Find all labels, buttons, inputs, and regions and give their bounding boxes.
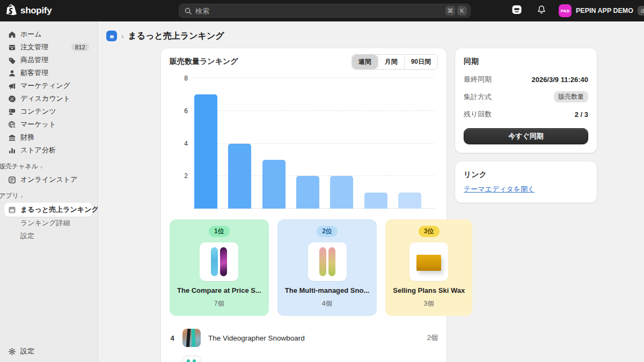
sidebar-item-discounts[interactable]: ディスカウント [4,92,92,105]
list-row-4[interactable]: 4 The Videographer Snowboard 2個 [170,329,438,347]
sidebar-item-orders[interactable]: 注文管理 812 [4,41,92,54]
row-thumbnail [182,356,201,362]
shopify-bag-icon [6,4,17,18]
bell-icon [537,5,546,17]
sidebar-item-content[interactable]: コンテンツ [4,105,92,118]
global-search[interactable]: ⌘ K [179,4,471,18]
rank-badge-3: 3位 [419,226,440,237]
search-input[interactable] [195,7,443,15]
chart-y-axis: 2468 [170,78,193,209]
sidebar-item-finance[interactable]: 財務 [4,131,92,144]
sidebar: ホーム 注文管理 812 商品管理 顧客管理 マーケティング ディスカウン [0,21,98,362]
account-menu[interactable]: PAD PEPIN APP DEMO d [559,4,644,17]
product-image-3 [409,242,448,281]
ranking-card: 販売数量ランキング 週間 月間 90日間 2468 [161,48,447,362]
notifications-button[interactable] [534,3,549,18]
shopify-logo[interactable]: shopify [6,4,98,18]
orders-icon [8,43,16,51]
rank-card-2[interactable]: 2位 The Multi-managed Sno... 4個 [277,219,377,316]
y-tick-label: 2 [184,172,188,180]
app-crown-icon [8,205,16,214]
orders-count-badge: 812 [71,43,89,51]
top3-cards: 1位 The Compare at Price S... 7個 2位 [170,219,438,316]
sidebar-item-products[interactable]: 商品管理 [4,54,92,67]
bar-2位 [228,144,251,209]
row-thumbnail [182,329,201,347]
person-icon [8,69,16,77]
chart-plot [193,78,435,209]
row-title: The Videographer Snowboard [208,334,420,342]
breadcrumb-chevron-icon: › [121,32,123,40]
tag-icon [8,56,16,64]
rank-card-1[interactable]: 1位 The Compare at Price S... 7個 [170,219,269,316]
page-title: まるっと売上ランキング [128,31,224,42]
globe-dollar-icon: $ [8,120,16,129]
chevron-right-icon: › [21,193,23,200]
product-title-3: Selling Plans Ski Wax [391,286,467,294]
bar-1位 [194,94,217,209]
tab-weekly[interactable]: 週間 [352,55,378,69]
product-count-2: 4個 [283,299,371,308]
last-sync-label: 最終同期 [464,75,492,84]
last-sync-value: 2026/3/9 11:26:40 [531,76,588,84]
product-count-1: 7個 [175,299,264,308]
bar-3位 [262,160,286,209]
product-title-1: The Compare at Price S... [175,286,264,294]
rank-badge-1: 1位 [209,226,230,237]
product-count-3: 3個 [391,299,467,308]
bank-icon [8,133,16,142]
tab-monthly[interactable]: 月間 [378,55,404,69]
online-store-icon [8,175,16,184]
kbd-k: K [457,6,467,16]
product-image-2 [308,242,347,281]
sidebar-section-apps[interactable]: アプリ› [0,191,92,201]
links-card: リンク テーマエディタを開く [455,161,597,203]
rank-card-3[interactable]: 3位 Selling Plans Ski Wax 3個 [385,219,472,316]
megaphone-icon [8,82,16,90]
links-card-title: リンク [464,170,588,180]
search-icon [185,8,192,14]
y-tick-label: 8 [184,75,188,82]
bar-4位 [296,176,319,209]
sidebar-item-active-app[interactable]: まるっと売上ランキング [4,203,92,217]
home-icon [8,30,16,39]
period-tab-group: 週間 月間 90日間 [352,54,438,70]
open-theme-editor-link[interactable]: テーマエディタを開く [464,185,535,193]
tab-90days[interactable]: 90日間 [404,55,437,69]
account-avatar: PAD [559,4,572,17]
sidebar-subitem-ranking-detail[interactable]: ランキング詳細 [4,217,92,230]
method-label: 集計方式 [464,92,492,102]
remaining-value: 2 / 3 [575,110,588,119]
gear-icon [8,347,16,356]
app-icon[interactable] [106,31,117,41]
y-tick-label: 4 [184,140,188,147]
main-content: › まるっと売上ランキング 販売数量ランキング 週間 月間 90日間 2468 [98,21,644,362]
sync-now-button[interactable]: 今すぐ同期 [464,128,588,144]
bar-6位 [364,193,387,209]
sidebar-item-online-store[interactable]: オンラインストア [4,173,92,186]
sync-card-title: 同期 [464,57,588,67]
breadcrumb: › まるっと売上ランキング [98,21,644,42]
bar-7位 [398,193,421,209]
discount-icon [8,94,16,103]
sidebar-item-marketing[interactable]: マーケティング [4,79,92,92]
sidebar-item-markets[interactable]: $ マーケット [4,118,92,131]
y-tick-label: 6 [184,107,188,115]
list-row-5-partial[interactable] [170,356,438,362]
content-icon [8,107,16,116]
sidebar-item-settings[interactable]: 設定 [4,345,92,358]
sidebar-item-home[interactable]: ホーム [4,28,92,41]
account-store-badge: d [638,6,644,16]
sidebar-item-customers[interactable]: 顧客管理 [4,67,92,79]
rank-badge-2: 2位 [317,226,338,237]
bar-5位 [330,176,353,209]
sales-bar-chart: 2468 [170,78,438,209]
sidebar-section-sales-channels[interactable]: 販売チャネル› [0,162,92,171]
sidekick-button[interactable] [509,3,524,18]
sidebar-subitem-app-settings[interactable]: 設定 [4,230,92,242]
sidebar-item-analytics[interactable]: ストア分析 [4,144,92,157]
kbd-cmd: ⌘ [445,6,455,16]
product-title-2: The Multi-managed Sno... [283,286,371,294]
sync-card: 同期 最終同期 2026/3/9 11:26:40 集計方式 販売数量 残り回数… [455,48,597,153]
method-value-badge: 販売数量 [554,91,588,102]
